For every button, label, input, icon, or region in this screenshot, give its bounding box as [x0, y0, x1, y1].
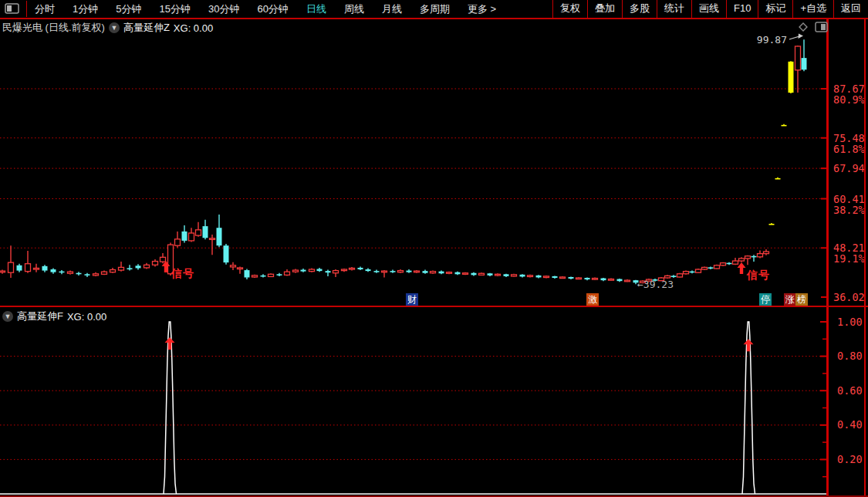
timeframe-tab-9[interactable]: 多周期: [420, 1, 450, 17]
svg-text:67.94: 67.94: [833, 162, 865, 174]
toolbar-divider: [26, 1, 27, 17]
split-panel-icon[interactable]: [815, 22, 828, 36]
panel-divider[interactable]: [0, 306, 868, 307]
diamond-icon[interactable]: [797, 21, 809, 36]
timeframe-tab-10[interactable]: 更多 >: [468, 1, 496, 17]
svg-text:信号: 信号: [746, 269, 770, 281]
action-button-1[interactable]: 叠加: [587, 0, 622, 18]
event-tag-3[interactable]: 涨: [784, 293, 796, 306]
sub-indicator-value: XG: 0.00: [67, 311, 106, 323]
action-button-4[interactable]: 画线: [691, 0, 726, 18]
event-tag-1[interactable]: 激: [586, 293, 599, 306]
svg-text:36.02: 36.02: [833, 291, 865, 303]
timeframe-tab-1[interactable]: 1分钟: [73, 1, 98, 17]
action-button-5[interactable]: F10: [726, 0, 758, 18]
action-button-3[interactable]: 统计: [657, 0, 691, 18]
svg-text:0.20: 0.20: [837, 453, 863, 465]
event-tag-0[interactable]: 财: [406, 293, 418, 306]
svg-text:0.40: 0.40: [837, 418, 863, 431]
event-tag-4[interactable]: 榜: [795, 293, 808, 306]
svg-text:61.8%: 61.8%: [833, 143, 865, 155]
timeframe-tab-8[interactable]: 月线: [382, 1, 402, 17]
sub-indicator-name[interactable]: 高量延伸F: [17, 309, 63, 323]
svg-text:1.00: 1.00: [837, 316, 863, 328]
action-button-7[interactable]: +自选: [792, 0, 833, 18]
timeframe-tabs: 分时1分钟5分钟15分钟30分钟60分钟日线周线月线多周期更多 >: [35, 1, 552, 17]
chart-corner-controls: [797, 21, 828, 36]
main-indicator-name[interactable]: 高量延伸Z: [123, 21, 170, 35]
timeframe-tab-4[interactable]: 30分钟: [208, 1, 239, 17]
action-button-8[interactable]: 返回: [833, 0, 868, 18]
top-toolbar: 分时1分钟5分钟15分钟30分钟60分钟日线周线月线多周期更多 > 复权叠加多股…: [0, 0, 868, 19]
indicator-dropdown-icon[interactable]: ▼: [109, 22, 120, 33]
sub-indicator-dropdown-icon[interactable]: ▼: [2, 311, 13, 322]
timeframe-tab-7[interactable]: 周线: [344, 1, 364, 17]
svg-text:80.9%: 80.9%: [833, 93, 865, 106]
toolbar-actions: 复权叠加多股统计画线F10标记+自选返回: [552, 0, 868, 18]
timeframe-tab-0[interactable]: 分时: [35, 1, 55, 17]
action-button-2[interactable]: 多股: [622, 0, 657, 18]
event-tag-2[interactable]: 停: [759, 293, 772, 306]
svg-text:0.80: 0.80: [837, 350, 863, 362]
svg-text:信号: 信号: [171, 267, 194, 279]
svg-text:0.60: 0.60: [837, 384, 863, 397]
layout-icon[interactable]: [5, 3, 20, 15]
svg-text:99.87: 99.87: [757, 34, 787, 46]
svg-text:38.2%: 38.2%: [833, 204, 865, 216]
svg-text:←39.23: ←39.23: [637, 279, 674, 290]
sub-chart-title: ▼ 高量延伸F XG: 0.00: [2, 309, 106, 323]
timeframe-tab-3[interactable]: 15分钟: [159, 1, 190, 17]
action-button-6[interactable]: 标记: [758, 0, 792, 18]
right-border: [864, 19, 866, 495]
action-button-0[interactable]: 复权: [552, 0, 587, 18]
timeframe-tab-6[interactable]: 日线: [306, 1, 326, 17]
stock-title: 民爆光电 (日线.前复权): [2, 21, 105, 35]
chart-canvas[interactable]: 87.6780.9%75.4861.8%67.9460.4138.2%48.21…: [0, 0, 868, 497]
axis-line-vertical: [826, 19, 829, 495]
main-indicator-value: XG: 0.00: [174, 22, 213, 34]
main-chart-title: 民爆光电 (日线.前复权) ▼ 高量延伸Z XG: 0.00: [2, 21, 213, 35]
svg-text:19.1%: 19.1%: [833, 252, 865, 265]
timeframe-tab-2[interactable]: 5分钟: [116, 1, 141, 17]
timeframe-tab-5[interactable]: 60分钟: [257, 1, 288, 17]
